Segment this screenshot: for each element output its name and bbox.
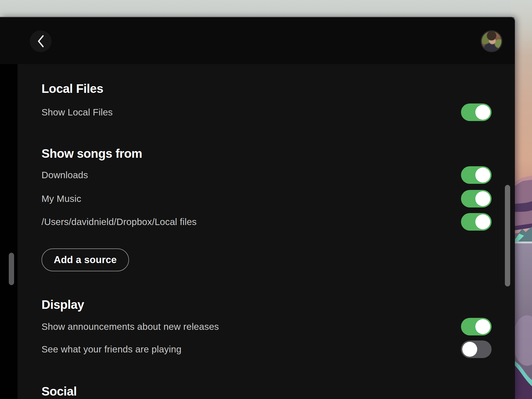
settings-row-friend-activity: See what your friends are playing	[41, 340, 492, 358]
toggle-downloads[interactable]	[461, 166, 492, 184]
back-button[interactable]	[30, 30, 52, 52]
chevron-left-icon	[37, 35, 44, 48]
sidebar-strip	[0, 17, 18, 399]
toggle-my-music[interactable]	[461, 190, 492, 207]
toggle-knob	[475, 319, 490, 334]
user-avatar[interactable]	[481, 30, 502, 52]
toggle-knob	[475, 105, 490, 120]
scrollbar-thumb[interactable]	[505, 185, 510, 286]
row-label: /Users/davidnield/Dropbox/Local files	[41, 217, 197, 227]
toggle-dropbox-local-files[interactable]	[461, 213, 492, 231]
settings-row-my-music: My Music	[41, 190, 492, 207]
section-title-display: Display	[41, 298, 84, 311]
settings-row-downloads: Downloads	[41, 166, 492, 184]
spotify-window: Local Files Show Local Files Show songs …	[0, 17, 515, 399]
row-label: Show announcements about new releases	[41, 321, 219, 332]
toggle-knob	[475, 191, 490, 206]
settings-header	[0, 17, 515, 64]
row-label: See what your friends are playing	[41, 344, 181, 355]
toggle-show-announcements[interactable]	[461, 318, 492, 335]
toggle-knob	[462, 342, 477, 357]
toggle-knob	[475, 168, 490, 182]
toggle-friend-activity[interactable]	[461, 340, 492, 358]
toggle-show-local-files[interactable]	[461, 103, 492, 121]
left-scrollbar-thumb[interactable]	[9, 253, 14, 285]
section-title-show-songs-from: Show songs from	[41, 147, 142, 160]
section-title-social: Social	[41, 385, 77, 398]
settings-row-dropbox-local-files: /Users/davidnield/Dropbox/Local files	[41, 213, 492, 231]
row-label: Show Local Files	[41, 107, 113, 118]
row-label: My Music	[41, 193, 81, 204]
settings-row-show-local-files: Show Local Files	[41, 103, 492, 121]
section-title-local-files: Local Files	[41, 82, 103, 95]
toggle-knob	[475, 214, 490, 229]
add-a-source-button[interactable]: Add a source	[41, 248, 129, 271]
row-label: Downloads	[41, 170, 88, 180]
settings-row-show-announcements: Show announcements about new releases	[41, 318, 492, 335]
